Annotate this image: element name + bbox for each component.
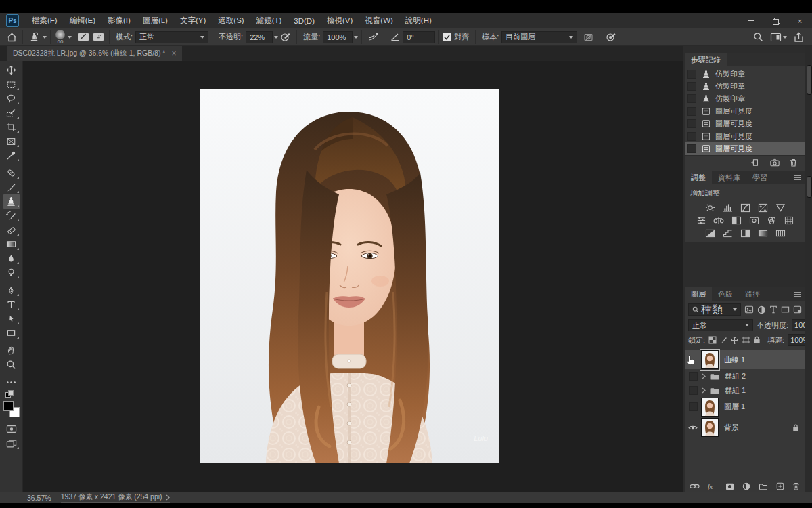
sample-select[interactable]: 目前圖層	[501, 31, 577, 43]
zoom-level[interactable]: 36.57%	[27, 494, 51, 502]
opacity-pressure-button[interactable]	[278, 30, 293, 45]
new-adjustment-layer-button[interactable]	[742, 482, 750, 490]
history-state[interactable]: 圖層可見度	[685, 118, 805, 130]
airbrush-button[interactable]	[365, 30, 380, 45]
lock-transparency-button[interactable]	[708, 336, 717, 344]
tab-history[interactable]: 步驟記錄	[685, 53, 727, 66]
gradient-map-button[interactable]	[757, 228, 769, 238]
history-source-well[interactable]	[687, 107, 696, 116]
blur-tool[interactable]	[3, 251, 20, 266]
menu-layer[interactable]: 圖層(L)	[137, 13, 174, 28]
minimize-button[interactable]	[739, 13, 763, 28]
frame-tool[interactable]	[3, 134, 20, 148]
quick-mask-button[interactable]	[3, 422, 20, 436]
foreground-color-swatch[interactable]	[3, 401, 14, 411]
filter-shape-layers-button[interactable]	[781, 305, 790, 314]
filter-type-layers-button[interactable]	[769, 305, 777, 314]
visibility-toggle[interactable]	[689, 402, 698, 411]
color-lookup-button[interactable]	[783, 215, 795, 226]
visibility-toggle[interactable]	[685, 425, 701, 431]
layer-style-button[interactable]: fx	[708, 483, 717, 490]
history-panel-menu[interactable]	[794, 53, 802, 66]
zoom-tool[interactable]	[3, 358, 20, 372]
size-pressure-button[interactable]	[604, 30, 618, 45]
selective-color-button[interactable]	[774, 228, 786, 238]
status-caret-icon[interactable]	[166, 494, 170, 501]
layer-thumbnail[interactable]	[701, 350, 719, 369]
posterize-button[interactable]	[721, 228, 734, 238]
menu-filter[interactable]: 濾鏡(T)	[250, 13, 288, 28]
color-picker[interactable]	[3, 400, 20, 418]
scrollbar-thumb[interactable]	[807, 65, 812, 95]
search-button[interactable]	[753, 32, 763, 42]
levels-button[interactable]	[721, 203, 734, 213]
layer-row-background[interactable]: 背景	[685, 418, 805, 437]
opacity-field[interactable]: 22%	[246, 31, 273, 43]
history-state[interactable]: 仿製印章	[685, 93, 805, 105]
history-state[interactable]: 仿製印章	[685, 68, 805, 80]
menu-type[interactable]: 文字(Y)	[174, 13, 212, 28]
mode-select[interactable]: 正常	[135, 31, 208, 43]
tab-libraries[interactable]: 資料庫	[712, 171, 746, 184]
vibrance-button[interactable]	[774, 203, 786, 213]
layer-thumbnail[interactable]	[701, 398, 719, 417]
history-state[interactable]: 圖層可見度	[685, 105, 805, 117]
filter-pixel-layers-button[interactable]	[744, 305, 754, 314]
filter-smart-objects-button[interactable]	[793, 305, 802, 314]
flow-field[interactable]: 100%	[323, 31, 353, 43]
photo-document[interactable]: Lulu	[200, 89, 499, 463]
new-document-from-state-button[interactable]	[750, 158, 760, 167]
history-state[interactable]: 仿製印章	[685, 80, 805, 92]
spot-healing-brush-tool[interactable]	[3, 166, 20, 180]
color-balance-button[interactable]	[713, 215, 725, 226]
hue-saturation-button[interactable]	[695, 215, 707, 226]
black-white-button[interactable]	[730, 215, 742, 226]
layer-row-layer1[interactable]: 圖層 1	[685, 398, 805, 416]
type-tool[interactable]	[3, 297, 20, 312]
tab-close-icon[interactable]: ×	[171, 49, 176, 58]
new-group-button[interactable]	[759, 483, 768, 490]
menu-file[interactable]: 檔案(F)	[26, 13, 64, 28]
menu-image[interactable]: 影像(I)	[102, 13, 137, 28]
scrollbar-thumb[interactable]	[807, 176, 812, 198]
visibility-toggle[interactable]	[689, 372, 698, 381]
workspace-switcher[interactable]	[770, 33, 787, 42]
new-layer-button[interactable]	[776, 482, 784, 490]
blend-mode-select[interactable]: 正常	[688, 319, 753, 331]
brush-preset-picker[interactable]: 60	[55, 30, 65, 45]
tool-preset-caret[interactable]	[43, 36, 47, 39]
curves-button[interactable]	[739, 203, 751, 213]
restore-button[interactable]	[763, 13, 788, 28]
adjustments-panel-menu[interactable]	[794, 171, 802, 184]
history-source-well[interactable]	[687, 82, 696, 91]
tab-layers[interactable]: 圖層	[685, 287, 712, 301]
pen-tool[interactable]	[3, 283, 20, 297]
menu-window[interactable]: 視窗(W)	[359, 13, 399, 28]
brightness-contrast-button[interactable]	[704, 203, 716, 213]
dodge-tool[interactable]	[3, 266, 20, 280]
ignore-adjustment-layers-button[interactable]	[581, 30, 596, 45]
crop-tool[interactable]	[3, 120, 20, 134]
brush-picker-caret[interactable]	[68, 36, 72, 39]
layer-filter-select[interactable]: 種類	[688, 303, 741, 316]
channel-mixer-button[interactable]	[765, 215, 777, 226]
document-tab[interactable]: DSC02328挑 LR.jpg @ 36.6% (曲線 1, RGB/8) *…	[7, 46, 182, 61]
clone-stamp-tool[interactable]	[3, 194, 20, 209]
menu-help[interactable]: 說明(H)	[399, 13, 438, 28]
gradient-tool[interactable]	[3, 237, 20, 251]
layers-panel-menu[interactable]	[794, 287, 802, 301]
layer-row-group1[interactable]: 群組 1	[685, 383, 805, 398]
eraser-tool[interactable]	[3, 223, 20, 237]
angle-field[interactable]: 0°	[403, 31, 435, 43]
history-state-selected[interactable]: 圖層可見度	[685, 142, 805, 154]
move-tool[interactable]	[3, 63, 20, 77]
layer-row-curves[interactable]: 曲線 1	[685, 350, 805, 369]
toggle-clone-source-button[interactable]	[91, 30, 106, 45]
brush-angle-button[interactable]	[388, 30, 403, 45]
marquee-tool[interactable]	[3, 77, 20, 91]
lock-artboard-button[interactable]	[742, 336, 750, 344]
history-source-well[interactable]	[687, 132, 696, 141]
aligned-checkbox[interactable]	[443, 33, 451, 41]
delete-layer-button[interactable]	[792, 482, 800, 490]
history-source-well[interactable]	[687, 144, 696, 153]
